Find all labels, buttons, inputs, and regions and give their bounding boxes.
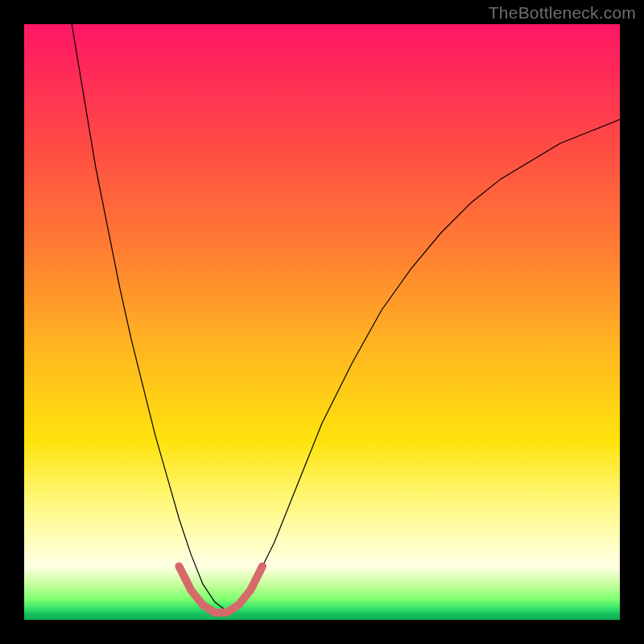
- marker-path: [179, 566, 262, 613]
- plot-area: [24, 24, 620, 620]
- chart-svg: [24, 24, 620, 620]
- curve-path: [72, 24, 620, 611]
- chart-frame: TheBottleneck.com: [0, 0, 644, 644]
- watermark-text: TheBottleneck.com: [489, 3, 636, 23]
